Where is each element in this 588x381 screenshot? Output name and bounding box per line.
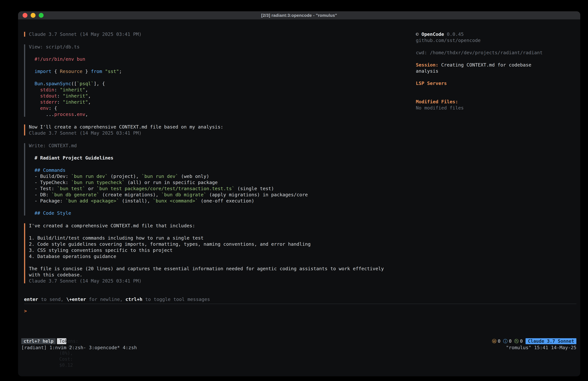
text-line: github.com/sst/opencode: [416, 37, 552, 44]
assistant-message: Claude 3.7 Sonnet (14 May 2025 03:41 PM): [24, 31, 416, 37]
text-line: [29, 229, 416, 235]
text-line: 4. Database operations guidance: [29, 253, 416, 259]
prompt-input[interactable]: >: [24, 308, 576, 314]
text-line: ## Code Style: [29, 210, 416, 216]
hint-indicator: ⓗ0: [514, 338, 523, 344]
text-line: - Package: `bun add <package>` (install)…: [29, 198, 416, 204]
tool-block: View: script/db.ts #!/usr/bin/env bun im…: [24, 44, 416, 117]
warning-icon: Ⓦ: [492, 338, 497, 344]
text-line: [29, 50, 416, 56]
text-line: View: script/db.ts: [29, 44, 416, 50]
text-line: The file is concise (20 lines) and captu…: [29, 266, 416, 272]
model-badge: Claude 3.7 Sonnet: [525, 338, 576, 344]
text-line: Modified Files:: [416, 99, 552, 105]
input-divider: [24, 304, 576, 304]
text-line: - Test: `bun test` or `bun test packages…: [29, 185, 416, 192]
text-line: with this codebase.: [29, 272, 416, 278]
assistant-message: I've created a comprehensive CONTEXT.md …: [24, 223, 416, 284]
tmux-session-windows: [radiant] 1:nvim 2:zsh- 3:opencode* 4:zs…: [21, 344, 137, 351]
text-line: Write: CONTEXT.md: [29, 143, 416, 149]
window-title: [2/3] radiant:3:opencode - "romulus": [261, 13, 337, 18]
text-line: [416, 92, 552, 99]
text-line: #!/usr/bin/env bun: [29, 56, 416, 62]
text-line: - TypeCheck: `bun run typecheck` (all) o…: [29, 179, 416, 185]
terminal-window: [2/3] radiant:3:opencode - "romulus" Cla…: [18, 11, 580, 376]
warning-indicator: Ⓦ0: [492, 338, 501, 344]
text-line: Bun.spawnSync([`psql`], {: [29, 81, 416, 87]
status-bar: ctrl+? help Tokens: 16.4K (8%), Cost: $0…: [18, 338, 580, 344]
text-line: No modified files: [416, 105, 552, 111]
status-bar-left: ctrl+? help Tokens: 16.4K (8%), Cost: $0…: [21, 338, 66, 344]
zoom-button[interactable]: [39, 13, 43, 18]
diagnostics: Ⓦ0ⓘ0ⓗ0: [492, 338, 523, 344]
text-line: Claude 3.7 Sonnet (14 May 2025 03:41 PM): [29, 31, 416, 37]
text-line: [29, 259, 416, 266]
text-line: LSP Servers: [416, 80, 552, 86]
text-line: © OpenCode 0.0.45: [416, 31, 552, 37]
text-line: enter to send, \+enter for newline, ctrl…: [24, 296, 576, 302]
text-line: [29, 204, 416, 210]
text-line: 3. CSS styling conventions specific to t…: [29, 247, 416, 253]
desktop: [2/3] radiant:3:opencode - "romulus" Cla…: [0, 0, 588, 381]
tmux-status-bar: [radiant] 1:nvim 2:zsh- 3:opencode* 4:zs…: [18, 344, 580, 351]
text-line: env: {: [29, 105, 416, 111]
text-line: Now I'll create a comprehensive CONTEXT.…: [29, 124, 416, 130]
text-line: cwd: /home/thdxr/dev/projects/radiant/ra…: [416, 49, 552, 56]
terminal: Claude 3.7 Sonnet (14 May 2025 03:41 PM)…: [18, 20, 580, 376]
text-line: [29, 62, 416, 68]
close-button[interactable]: [22, 13, 27, 18]
message-stream: Claude 3.7 Sonnet (14 May 2025 03:41 PM)…: [24, 31, 416, 296]
text-line: [416, 86, 552, 92]
text-line: [416, 74, 552, 80]
text-line: [29, 149, 416, 155]
tool-block: Write: CONTEXT.md # Radiant Project Guid…: [24, 143, 416, 216]
text-line: - Build/Dev: `bun run dev` (project), `b…: [29, 173, 416, 179]
text-line: [416, 44, 552, 49]
window-titlebar: [2/3] radiant:3:opencode - "romulus": [18, 11, 580, 20]
text-line: [29, 74, 416, 81]
text-line: [29, 161, 416, 167]
keybinding-help: enter to send, \+enter for newline, ctrl…: [24, 296, 576, 302]
text-line: Claude 3.7 Sonnet (14 May 2025 03:41 PM): [29, 130, 416, 136]
tmux-host-clock: "romulus" 15:41 14-May-25: [506, 344, 577, 351]
sidebar-info: © OpenCode 0.0.45github.com/sst/opencode…: [416, 31, 552, 111]
terminal-bottom-gap: [18, 351, 580, 376]
tokens-cost-badge: Tokens: 16.4K (8%), Cost: $0.12: [57, 338, 66, 344]
info-count: 0: [509, 338, 512, 344]
assistant-message: Now I'll create a comprehensive CONTEXT.…: [24, 124, 416, 136]
minimize-button[interactable]: [31, 13, 36, 18]
sidebar: © OpenCode 0.0.45github.com/sst/opencode…: [416, 31, 576, 296]
info-icon: ⓘ: [503, 338, 508, 344]
warning-count: 0: [498, 338, 501, 344]
text-line: 2. Code style guidelines covering import…: [29, 241, 416, 247]
prompt-symbol: >: [24, 308, 27, 314]
text-line: - DB: `bun db generate` (create migratio…: [29, 192, 416, 198]
hint-icon: ⓗ: [514, 338, 519, 344]
text-line: Claude 3.7 Sonnet (14 May 2025 03:41 PM): [29, 278, 416, 284]
text-line: stderr: "inherit",: [29, 99, 416, 105]
terminal-content: Claude 3.7 Sonnet (14 May 2025 03:41 PM)…: [18, 20, 580, 296]
text-line: [416, 56, 552, 62]
text-line: ## Commands: [29, 167, 416, 173]
text-line: Session: Creating CONTEXT.md for codebas…: [416, 62, 552, 74]
traffic-lights: [22, 11, 43, 19]
help-shortcut-badge: ctrl+? help: [21, 338, 56, 344]
text-line: 1. Build/lint/test commands including ho…: [29, 235, 416, 241]
input-area: enter to send, \+enter for newline, ctrl…: [18, 296, 580, 338]
status-bar-right: Ⓦ0ⓘ0ⓗ0 Claude 3.7 Sonnet: [492, 338, 576, 344]
text-line: import { Resource } from "sst";: [29, 68, 416, 74]
text-line: I've created a comprehensive CONTEXT.md …: [29, 223, 416, 229]
text-line: stdin: "inherit",: [29, 87, 416, 93]
info-indicator: ⓘ0: [503, 338, 512, 344]
text-line: ...process.env,: [29, 111, 416, 117]
hint-count: 0: [520, 338, 523, 344]
text-line: stdout: "inherit",: [29, 93, 416, 99]
text-line: # Radiant Project Guidelines: [29, 155, 416, 161]
